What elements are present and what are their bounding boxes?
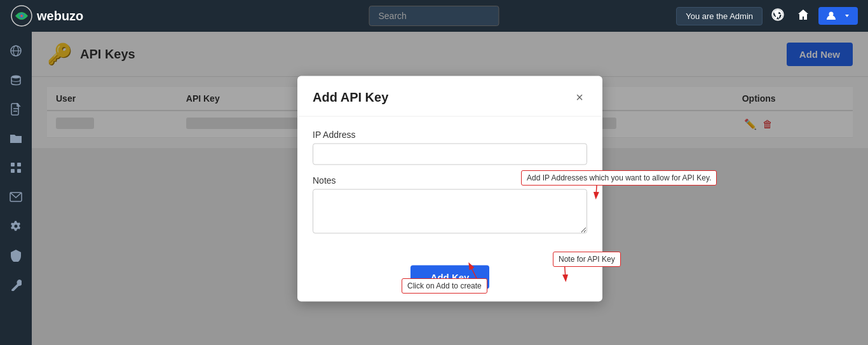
ip-address-group: IP Address xyxy=(313,129,587,165)
navbar: webuzo You are the Admin xyxy=(0,0,868,32)
svg-rect-13 xyxy=(17,169,21,173)
file-icon xyxy=(10,103,22,116)
search-input[interactable] xyxy=(369,6,499,26)
sidebar-item-database[interactable] xyxy=(3,67,29,93)
folder-icon xyxy=(10,133,22,144)
grid-icon xyxy=(10,162,22,173)
wrench-icon xyxy=(10,278,22,291)
sidebar-item-mail[interactable] xyxy=(3,184,29,210)
svg-rect-11 xyxy=(17,163,21,166)
shield-icon xyxy=(10,249,22,262)
gear-icon xyxy=(10,220,22,233)
globe-icon xyxy=(10,44,22,57)
modal-title: Add API Key xyxy=(313,90,388,104)
sidebar-item-globe[interactable] xyxy=(3,38,29,64)
svg-rect-12 xyxy=(11,169,15,173)
add-api-key-modal: Add API Key × IP Address Notes Add Key xyxy=(297,76,602,301)
sidebar-item-folder[interactable] xyxy=(3,126,29,151)
svg-rect-10 xyxy=(11,163,15,166)
ip-address-label: IP Address xyxy=(313,129,587,139)
sidebar-item-grid[interactable] xyxy=(3,155,29,180)
database-icon xyxy=(10,74,22,86)
sidebar xyxy=(0,32,32,345)
svg-point-6 xyxy=(11,76,20,79)
home-icon xyxy=(797,8,810,21)
notes-textarea[interactable] xyxy=(313,189,587,233)
chevron-down-icon xyxy=(844,13,850,19)
mail-icon xyxy=(10,192,22,202)
modal-header: Add API Key × xyxy=(297,76,602,116)
sidebar-item-wrench[interactable] xyxy=(3,272,29,297)
modal-body: IP Address Notes xyxy=(297,116,602,259)
navbar-right: You are the Admin xyxy=(676,6,858,27)
main-content: 🔑 API Keys Add New User API Key Created … xyxy=(32,32,868,345)
modal-footer: Add Key xyxy=(297,259,602,301)
logo: webuzo xyxy=(10,4,83,27)
user-icon xyxy=(826,11,836,21)
admin-badge: You are the Admin xyxy=(676,7,763,25)
wordpress-icon xyxy=(771,8,784,21)
wordpress-icon-btn[interactable] xyxy=(768,6,788,27)
webuzo-logo-icon xyxy=(10,4,33,27)
notes-label: Notes xyxy=(313,175,587,185)
app-layout: 🔑 API Keys Add New User API Key Created … xyxy=(0,32,868,345)
user-menu-btn[interactable] xyxy=(818,7,858,25)
home-icon-btn[interactable] xyxy=(793,6,813,27)
logo-text: webuzo xyxy=(37,9,83,24)
sidebar-item-file[interactable] xyxy=(3,97,29,122)
notes-group: Notes xyxy=(313,175,587,236)
search-bar xyxy=(369,6,499,26)
sidebar-item-shield[interactable] xyxy=(3,243,29,268)
ip-address-input[interactable] xyxy=(313,143,587,165)
sidebar-item-settings[interactable] xyxy=(3,213,29,239)
modal-close-button[interactable]: × xyxy=(572,88,587,105)
add-key-button[interactable]: Add Key xyxy=(410,265,490,288)
